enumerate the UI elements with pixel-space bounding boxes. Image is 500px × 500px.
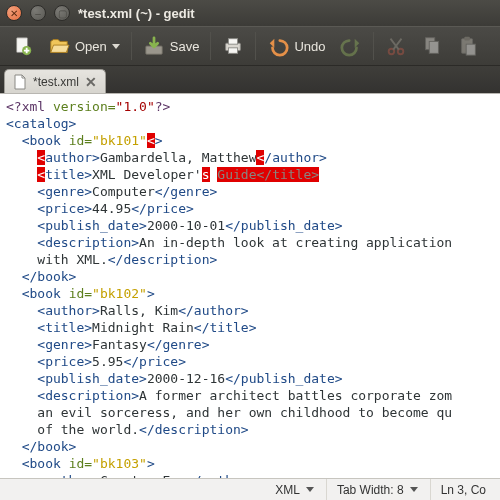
new-file-icon: [12, 35, 34, 57]
tab-width-label: Tab Width: 8: [337, 483, 404, 497]
open-label: Open: [75, 39, 107, 54]
chevron-down-icon: [410, 487, 418, 492]
new-button[interactable]: [6, 30, 40, 62]
copy-button[interactable]: [415, 30, 449, 62]
undo-icon: [267, 35, 289, 57]
close-icon[interactable]: ✕: [6, 5, 22, 21]
toolbar-separator: [131, 32, 132, 60]
file-icon: [13, 74, 27, 90]
language-label: XML: [275, 483, 300, 497]
chevron-down-icon: [306, 487, 314, 492]
save-icon: [143, 35, 165, 57]
main-toolbar: Open Save Undo: [0, 26, 500, 66]
cursor-position: Ln 3, Co: [430, 479, 496, 500]
close-tab-icon[interactable]: ✕: [85, 74, 97, 90]
printer-icon: [222, 35, 244, 57]
window-title: *test.xml (~) - gedit: [78, 6, 195, 21]
paste-button[interactable]: [451, 30, 485, 62]
svg-rect-5: [229, 48, 238, 54]
undo-label: Undo: [294, 39, 325, 54]
file-tab[interactable]: *test.xml ✕: [4, 69, 106, 93]
toolbar-separator: [373, 32, 374, 60]
status-bar: XML Tab Width: 8 Ln 3, Co: [0, 478, 500, 500]
scissors-icon: [385, 35, 407, 57]
svg-rect-11: [464, 37, 470, 41]
cut-button[interactable]: [379, 30, 413, 62]
window-titlebar: ✕ – ▢ *test.xml (~) - gedit: [0, 0, 500, 26]
tab-strip: *test.xml ✕: [0, 66, 500, 94]
tab-label: *test.xml: [33, 75, 79, 89]
redo-icon: [340, 35, 362, 57]
svg-rect-9: [429, 41, 438, 53]
svg-rect-12: [466, 44, 475, 55]
svg-rect-4: [229, 39, 238, 45]
toolbar-separator: [255, 32, 256, 60]
open-button[interactable]: Open: [42, 30, 126, 62]
print-button[interactable]: [216, 30, 250, 62]
code-editor[interactable]: <?xml version="1.0"?> <catalog> <book id…: [0, 94, 500, 478]
folder-open-icon: [48, 35, 70, 57]
redo-button[interactable]: [334, 30, 368, 62]
position-label: Ln 3, Co: [441, 483, 486, 497]
toolbar-separator: [210, 32, 211, 60]
copy-icon: [421, 35, 443, 57]
language-selector[interactable]: XML: [265, 479, 324, 500]
undo-button[interactable]: Undo: [261, 30, 331, 62]
maximize-icon[interactable]: ▢: [54, 5, 70, 21]
minimize-icon[interactable]: –: [30, 5, 46, 21]
save-label: Save: [170, 39, 200, 54]
save-button[interactable]: Save: [137, 30, 206, 62]
tab-width-selector[interactable]: Tab Width: 8: [326, 479, 428, 500]
chevron-down-icon: [112, 44, 120, 49]
paste-icon: [457, 35, 479, 57]
